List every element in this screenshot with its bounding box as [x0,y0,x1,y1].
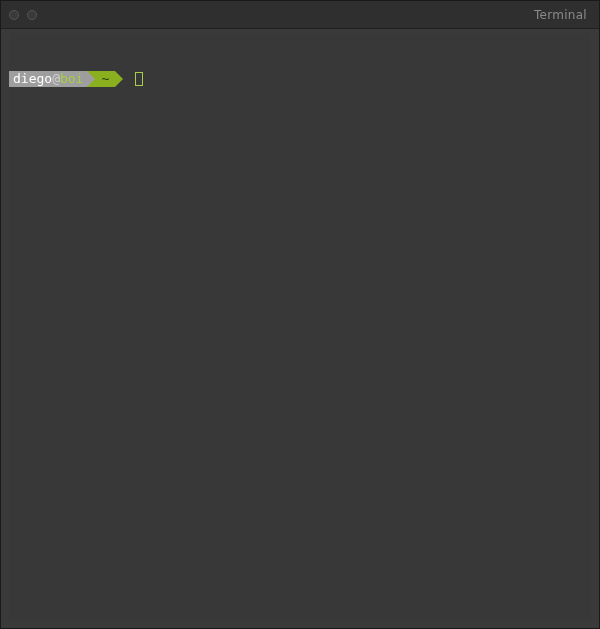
window-title: Terminal [534,8,587,22]
terminal-window: Terminal diego@boi ~ [0,0,600,629]
text-cursor [135,72,143,86]
prompt-at: @ [52,71,60,87]
prompt-dir-segment: ~ [95,71,115,87]
close-icon[interactable] [9,10,19,20]
minimize-icon[interactable] [27,10,37,20]
prompt-user-segment: diego@boi [9,71,87,87]
titlebar: Terminal [1,1,599,29]
chevron-right-icon [115,71,123,87]
prompt-host: boi [60,71,83,87]
prompt-dir: ~ [101,71,109,87]
chevron-right-icon [87,71,95,87]
window-controls [9,10,37,20]
prompt-user: diego [13,71,52,87]
prompt-line: diego@boi ~ [9,71,591,87]
terminal-area[interactable]: diego@boi ~ [9,33,591,620]
